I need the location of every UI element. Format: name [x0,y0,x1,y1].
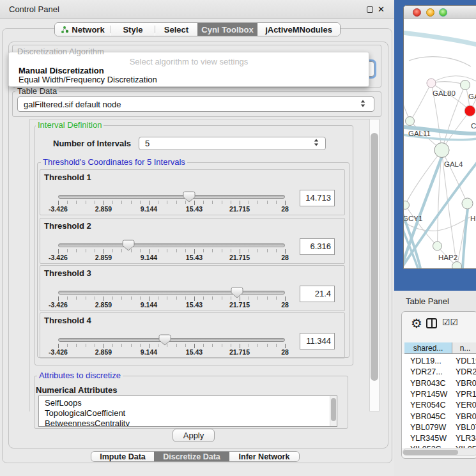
tick-mark [222,201,222,204]
numerical-attributes-label: Numerical Attributes [36,385,117,395]
attribute-list-item[interactable]: SelfLoops [45,398,82,408]
slider-track[interactable] [58,338,285,342]
tab-label: Discretize Data [163,452,220,461]
numerical-attributes-list[interactable]: SelfLoopsTopologicalCoefficientBetweenne… [38,395,337,427]
table-cell[interactable]: YER054C [456,401,476,410]
tick-mark [112,201,113,204]
tab-discretize-data[interactable]: Discretize Data [154,452,229,461]
slider-track[interactable] [58,243,285,247]
slider-track[interactable] [58,291,285,295]
tick-mark [249,201,249,204]
svg-text:GCY1: GCY1 [404,215,422,222]
tab-label: Cyni Toolbox [201,25,253,35]
number-of-intervals-spinner[interactable]: 5 [139,137,326,150]
tick-mark [285,344,286,348]
tick-mark [67,296,68,300]
tick-mark [267,344,268,347]
table-cell[interactable]: YPR145W [456,390,476,399]
number-of-intervals-label: Number of Intervals [53,139,131,148]
table-data-title: Table Data [15,87,59,96]
table-row[interactable]: YLR345W [410,434,447,443]
tab-jactivemnodules[interactable]: jActiveMNodules [257,23,340,36]
split-view-icon[interactable] [426,318,437,328]
tick-mark [149,249,150,254]
threshold-label: Threshold 4 [44,316,91,325]
close-traffic-light[interactable] [413,8,421,17]
checkbox-icons[interactable]: ☑☑ [442,317,458,327]
table-row[interactable]: YBR045C [410,412,446,421]
control-panel-titlebar: Control Panel ✕ [0,0,394,19]
gear-icon[interactable]: ⚙ [411,316,422,331]
algorithm-dropdown-popup: Select algorithm to view settings Manual… [8,52,369,87]
column-header-1[interactable]: n... [452,342,476,354]
table-cell[interactable]: YBL079W [456,423,476,432]
table-panel-title: Table Panel [406,296,449,306]
tick-mark [67,249,68,252]
table-panel: Table Panel ⚙ ☑☑ shared...n... YDL19...Y… [394,291,476,476]
tab-impute-data[interactable]: Impute Data [91,452,154,461]
tick-mark [176,201,177,204]
tab-infer-network[interactable]: Infer Network [229,452,299,461]
tab-select[interactable]: Select [155,23,197,36]
attribute-list-item[interactable]: BetweennessCentrality [45,418,130,427]
tab-network[interactable]: Network [55,23,111,36]
slider-thumb[interactable] [183,191,196,203]
tick-mark [76,344,77,347]
tab-label: Select [164,25,188,35]
tick-mark [222,344,222,347]
table-row[interactable]: YDL19... [410,357,441,365]
tick-label: 9.144 [133,205,165,213]
attribute-list-item[interactable]: TopologicalCoefficient [45,408,125,418]
network-window-titlebar[interactable] [404,6,476,19]
table-cell[interactable]: YDR27... [456,367,476,376]
table-cell[interactable]: YBR043C [456,379,476,388]
tick-mark [86,201,86,204]
popup-item-equal-width[interactable]: Equal Width/Frequency Discretization [19,75,157,84]
top-tab-bar: NetworkStyleSelectCyni ToolboxjActiveMNo… [54,22,341,36]
tick-mark [58,296,59,301]
intervals-value: 5 [145,137,150,150]
table-row[interactable]: YBL079W [410,423,446,432]
minimize-traffic-light[interactable] [426,8,434,17]
table-row[interactable]: YBR043C [410,379,446,388]
table-cell[interactable]: YDL19... [456,357,476,365]
column-header-0[interactable]: shared... [404,342,452,354]
table-row[interactable]: YIL052C [410,445,441,448]
slider-track[interactable] [58,195,285,199]
threshold-value-field[interactable]: 14.713 [300,190,335,206]
horizontal-scrollbar-thumb[interactable] [403,450,458,455]
popup-item-manual-discretization[interactable]: Manual Discretization [19,66,104,75]
table-data-combo[interactable]: galFiltered.sif default node [17,96,374,112]
close-icon[interactable]: ✕ [378,4,385,14]
tick-mark [285,296,286,301]
tab-cyni-toolbox[interactable]: Cyni Toolbox [197,23,257,36]
table-row[interactable]: YPR145W [410,390,447,399]
slider-thumb[interactable] [158,334,171,346]
tick-mark [58,201,59,205]
table-cell[interactable]: YIL052C [456,445,476,448]
threshold-row-4: Threshold 4-3.4262.8599.14415.4321.71528… [40,312,345,358]
tick-mark [267,249,268,252]
zoom-traffic-light[interactable] [439,8,447,17]
interval-definition-title: Interval Definition [36,121,104,130]
network-canvas[interactable]: GAL80GACGAL11GAL4HGCY1HAP2 [404,19,476,268]
table-row[interactable]: YER054C [410,401,446,410]
vertical-scrollbar-thumb[interactable] [371,133,378,381]
tab-style[interactable]: Style [111,23,155,36]
table-row[interactable]: YDR27... [410,367,443,376]
slider-thumb[interactable] [122,240,135,251]
tick-mark [285,201,286,205]
apply-button[interactable]: Apply [173,429,215,442]
table-cell[interactable]: YLR345W [456,434,476,443]
slider-thumb[interactable] [231,287,243,298]
table-cell[interactable]: YBR045C [456,412,476,421]
threshold-value-field[interactable]: 21.4 [300,286,335,302]
list-scrollbar-thumb[interactable] [331,398,336,421]
tick-mark [249,296,249,300]
tick-label: -3.426 [42,301,74,309]
threshold-value-field[interactable]: 11.344 [300,333,335,349]
threshold-row-1: Threshold 1-3.4262.8599.14415.4321.71528… [40,169,345,215]
float-window-icon[interactable] [367,6,373,13]
tick-mark [185,344,186,347]
threshold-value-field[interactable]: 6.316 [300,238,335,255]
